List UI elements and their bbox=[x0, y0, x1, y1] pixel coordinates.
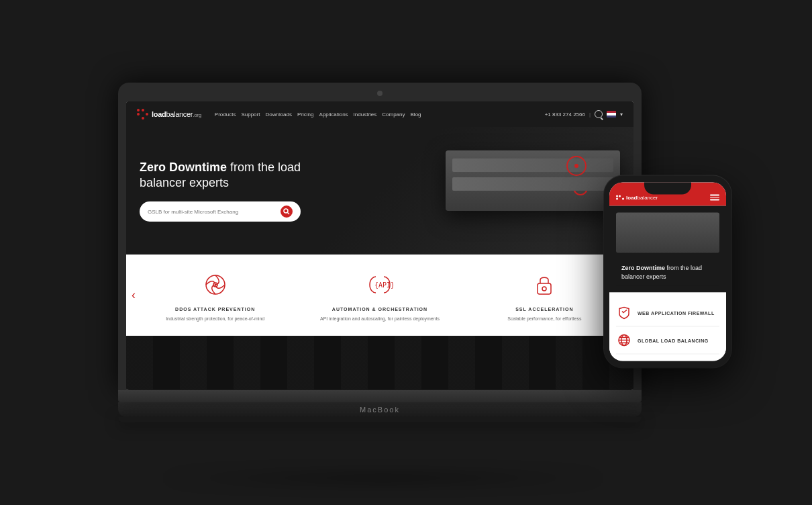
waf-icon bbox=[616, 305, 632, 321]
nav-link-blog[interactable]: Blog bbox=[411, 111, 421, 118]
nav-link-support[interactable]: Support bbox=[241, 111, 260, 118]
phone-hero-text: Zero Downtime from the load balancer exp… bbox=[616, 259, 719, 286]
ssl-desc: Scalable performance, for effortless bbox=[474, 316, 615, 322]
hero-search-bar bbox=[140, 201, 301, 222]
server-device bbox=[446, 150, 620, 211]
features-prev-button[interactable]: ‹ bbox=[132, 288, 136, 302]
logo-dot-empty bbox=[137, 117, 140, 120]
phone-logo-dot-empty bbox=[619, 198, 621, 200]
menu-line bbox=[710, 199, 719, 201]
api-desc: API integration and autoscaling, for pai… bbox=[309, 316, 450, 322]
phone: loadbalancer Zero Downtime from the lo bbox=[604, 176, 731, 368]
logo-dot bbox=[137, 109, 140, 111]
ssl-title: SSL ACCELERATION bbox=[474, 307, 615, 312]
laptop-base bbox=[118, 390, 642, 402]
phone-waf-title: WEB APPLICATION FIREWALL bbox=[638, 310, 715, 315]
laptop: loadbalancer.org Products Support Downlo… bbox=[118, 83, 642, 422]
feature-ssl: SSL ACCELERATION Scalable performance, f… bbox=[469, 268, 620, 322]
server-led-1 bbox=[574, 164, 578, 168]
phone-feature-glb: GLOBAL LOAD BALANCING bbox=[616, 327, 719, 355]
phone-outer: loadbalancer Zero Downtime from the lo bbox=[604, 176, 731, 368]
svg-text:{API}: {API} bbox=[374, 281, 393, 289]
dark-section bbox=[126, 336, 633, 389]
nav-link-company[interactable]: Company bbox=[382, 111, 405, 118]
logo-text: loadbalancer.org bbox=[152, 110, 201, 118]
phone-feature-waf: WEB APPLICATION FIREWALL bbox=[616, 300, 719, 327]
logo-dot bbox=[137, 113, 140, 116]
hero-section: Zero Downtime from the load balancer exp… bbox=[126, 127, 633, 255]
svg-point-6 bbox=[542, 287, 546, 291]
ssl-icon bbox=[474, 268, 615, 302]
nav-link-downloads[interactable]: Downloads bbox=[265, 111, 292, 118]
website: loadbalancer.org Products Support Downlo… bbox=[126, 101, 633, 390]
phone-logo: loadbalancer bbox=[616, 195, 658, 201]
api-icon: {API} bbox=[309, 268, 450, 302]
menu-line bbox=[710, 195, 719, 196]
svg-line-1 bbox=[288, 213, 290, 215]
laptop-bottom: MacBook bbox=[118, 402, 642, 417]
search-icon bbox=[283, 208, 290, 215]
ddos-title: DDOS ATTACK PREVENTION bbox=[145, 307, 285, 312]
nav-link-applications[interactable]: Applications bbox=[319, 111, 348, 118]
laptop-shadow bbox=[155, 471, 611, 485]
nav-right: +1 833 274 2566 | ▾ bbox=[545, 110, 623, 118]
phone-glb-title: GLOBAL LOAD BALANCING bbox=[638, 338, 709, 342]
features-section: ‹ DDOS ATTACK PREVENTION bbox=[126, 255, 633, 336]
phone-logo-dot bbox=[616, 195, 618, 197]
server-indicator-1 bbox=[566, 156, 587, 176]
laptop-screen: loadbalancer.org Products Support Downlo… bbox=[126, 101, 633, 390]
phone-logo-dot bbox=[622, 198, 624, 200]
nav-link-products[interactable]: Products bbox=[215, 111, 236, 118]
api-title: AUTOMATION & ORCHESTRATION bbox=[309, 307, 450, 312]
phone-logo-dot bbox=[616, 198, 618, 200]
search-icon[interactable] bbox=[595, 110, 603, 118]
hamburger-menu-icon[interactable] bbox=[710, 195, 719, 201]
svg-point-0 bbox=[284, 209, 288, 213]
logo-dot bbox=[142, 117, 144, 120]
logo-dot bbox=[142, 109, 144, 111]
website-nav: loadbalancer.org Products Support Downlo… bbox=[126, 101, 633, 127]
hero-server-image bbox=[432, 144, 620, 238]
phone-hero: Zero Downtime from the load balancer exp… bbox=[609, 206, 726, 293]
phone-hero-title: Zero Downtime from the load balancer exp… bbox=[621, 264, 714, 281]
phone-logo-dot-empty bbox=[622, 195, 624, 197]
scene: loadbalancer.org Products Support Downlo… bbox=[0, 0, 812, 505]
flag-icon[interactable] bbox=[607, 111, 616, 118]
svg-rect-5 bbox=[538, 283, 551, 294]
hero-search-button[interactable] bbox=[281, 205, 293, 218]
logo-dot-empty bbox=[142, 113, 144, 116]
phone-features: WEB APPLICATION FIREWALL bbox=[609, 293, 726, 361]
nav-link-industries[interactable]: Industries bbox=[354, 111, 377, 118]
phone-screen: loadbalancer Zero Downtime from the lo bbox=[609, 183, 726, 361]
logo-dot-empty bbox=[146, 109, 148, 111]
phone-server-image bbox=[616, 213, 719, 253]
logo: loadbalancer.org bbox=[137, 109, 201, 120]
feature-api: {API} AUTOMATION & ORCHESTRATION API int… bbox=[304, 268, 455, 322]
hero-search-input[interactable] bbox=[148, 209, 281, 215]
dark-section-bg bbox=[126, 336, 633, 389]
nav-link-pricing[interactable]: Pricing bbox=[297, 111, 313, 118]
nav-phone: +1 833 274 2566 bbox=[545, 111, 585, 118]
laptop-foot bbox=[118, 417, 642, 422]
nav-links: Products Support Downloads Pricing Appli… bbox=[215, 111, 538, 118]
dropdown-arrow-icon[interactable]: ▾ bbox=[620, 111, 623, 118]
macbook-label: MacBook bbox=[360, 406, 400, 414]
phone-logo-dots-icon bbox=[616, 195, 624, 200]
menu-line bbox=[710, 197, 719, 198]
laptop-camera bbox=[377, 91, 383, 96]
phone-logo-text: loadbalancer bbox=[626, 195, 658, 201]
glb-icon bbox=[616, 332, 632, 349]
hero-title: Zero Downtime from the load balancer exp… bbox=[140, 160, 314, 191]
logo-dot bbox=[146, 113, 148, 116]
ddos-icon bbox=[145, 268, 285, 302]
hero-text: Zero Downtime from the load balancer exp… bbox=[140, 160, 314, 222]
laptop-screen-outer: loadbalancer.org Products Support Downlo… bbox=[118, 83, 642, 390]
phone-notch bbox=[644, 183, 691, 195]
logo-dot-empty bbox=[146, 117, 148, 120]
logo-dots-icon bbox=[137, 109, 149, 120]
feature-ddos: DDOS ATTACK PREVENTION Industrial streng… bbox=[140, 268, 291, 322]
ddos-desc: Industrial strength protection, for peac… bbox=[145, 316, 285, 322]
server-indicator-2 bbox=[573, 181, 588, 195]
phone-logo-dot bbox=[619, 195, 621, 197]
